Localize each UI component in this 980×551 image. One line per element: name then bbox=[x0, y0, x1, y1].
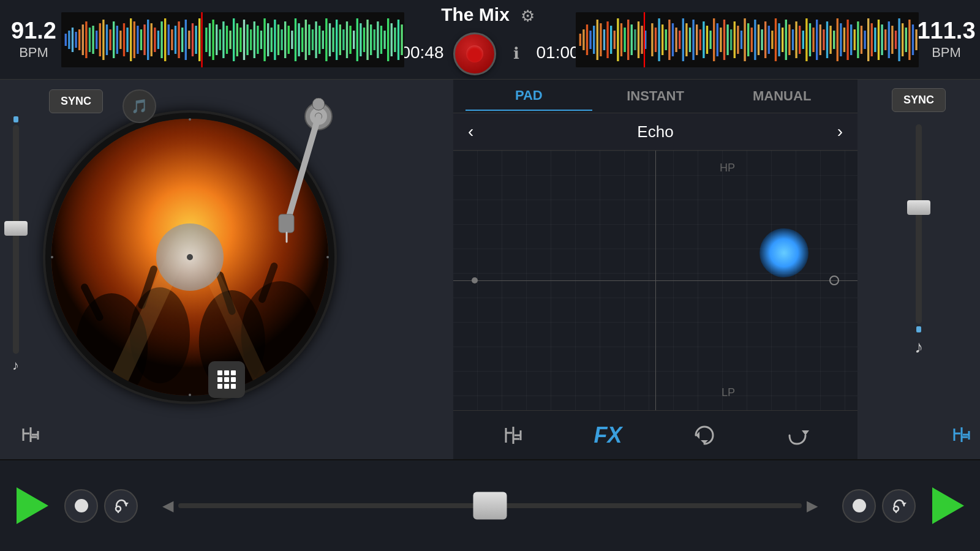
crossfader-thumb[interactable] bbox=[473, 492, 507, 520]
svg-rect-172 bbox=[826, 21, 828, 58]
fx-right-dot[interactable] bbox=[829, 276, 839, 285]
svg-rect-176 bbox=[840, 23, 842, 56]
svg-rect-17 bbox=[119, 31, 121, 49]
crossfader-container: ◀ ▶ bbox=[150, 497, 830, 514]
svg-rect-108 bbox=[603, 29, 605, 50]
left-sync-btn-label[interactable]: SYNC bbox=[49, 89, 103, 113]
right-transport-controls bbox=[842, 489, 916, 523]
info-icon[interactable]: ℹ bbox=[505, 43, 527, 65]
right-volume-fader[interactable] bbox=[900, 124, 937, 332]
fx-active-dot[interactable] bbox=[760, 228, 809, 277]
settings-icon[interactable]: ⚙ bbox=[517, 6, 539, 28]
svg-rect-76 bbox=[325, 18, 327, 61]
crossfader-track[interactable] bbox=[178, 503, 802, 508]
svg-rect-129 bbox=[679, 31, 680, 49]
svg-rect-133 bbox=[692, 20, 694, 60]
right-note-icon[interactable]: ♪ bbox=[914, 337, 923, 357]
left-waveform[interactable] bbox=[61, 12, 404, 67]
svg-rect-139 bbox=[713, 18, 715, 61]
svg-rect-164 bbox=[799, 26, 801, 54]
svg-point-214 bbox=[312, 98, 325, 110]
svg-rect-66 bbox=[291, 31, 293, 49]
svg-line-215 bbox=[288, 116, 318, 220]
left-record-dot bbox=[75, 499, 88, 512]
svg-rect-180 bbox=[854, 29, 856, 50]
svg-rect-191 bbox=[891, 26, 893, 54]
svg-rect-73 bbox=[315, 21, 317, 58]
svg-rect-46 bbox=[222, 21, 224, 58]
svg-rect-195 bbox=[905, 28, 907, 52]
svg-rect-107 bbox=[600, 23, 601, 56]
fx-effect-name: Echo bbox=[637, 122, 673, 141]
svg-rect-137 bbox=[706, 26, 708, 54]
fx-bottom-toolbar: FX bbox=[453, 410, 858, 459]
svg-rect-41 bbox=[205, 28, 207, 52]
svg-rect-54 bbox=[250, 29, 252, 50]
svg-rect-59 bbox=[267, 23, 269, 56]
svg-rect-26 bbox=[151, 23, 153, 56]
tab-manual[interactable]: MANUAL bbox=[718, 82, 845, 110]
right-play-triangle bbox=[932, 487, 964, 524]
fx-loop-button[interactable] bbox=[685, 417, 722, 454]
fx-prev-button[interactable]: ‹ bbox=[468, 122, 473, 141]
record-btn-inner bbox=[466, 45, 483, 62]
fx-axis-lp: LP bbox=[722, 386, 735, 399]
fx-fx-button[interactable]: FX bbox=[590, 417, 627, 454]
svg-rect-96 bbox=[394, 28, 396, 52]
svg-rect-21 bbox=[134, 21, 135, 58]
svg-rect-62 bbox=[277, 24, 279, 55]
turntable[interactable] bbox=[43, 110, 337, 404]
fx-undo-button[interactable] bbox=[780, 417, 816, 454]
svg-rect-113 bbox=[620, 23, 622, 56]
svg-rect-3 bbox=[72, 28, 74, 52]
svg-rect-74 bbox=[318, 26, 320, 54]
svg-rect-12 bbox=[102, 20, 104, 60]
svg-rect-189 bbox=[884, 29, 886, 50]
svg-rect-98 bbox=[401, 24, 402, 55]
right-deck: SYNC ♪ bbox=[858, 80, 980, 459]
svg-rect-86 bbox=[360, 23, 361, 56]
right-bpm-label: BPM bbox=[932, 45, 961, 61]
svg-rect-196 bbox=[908, 20, 910, 60]
right-record-button[interactable] bbox=[842, 489, 876, 523]
svg-rect-32 bbox=[171, 29, 173, 50]
right-sync-button[interactable]: SYNC bbox=[892, 88, 946, 112]
right-waveform[interactable] bbox=[576, 12, 919, 67]
svg-rect-50 bbox=[236, 23, 238, 56]
svg-rect-197 bbox=[912, 24, 914, 55]
left-sync-button[interactable]: SYNC bbox=[49, 89, 103, 113]
svg-rect-37 bbox=[188, 31, 190, 49]
tab-instant[interactable]: INSTANT bbox=[592, 82, 719, 110]
fx-pad-area[interactable]: HP LP bbox=[453, 151, 858, 410]
left-record-button[interactable] bbox=[64, 489, 98, 523]
right-play-button[interactable] bbox=[928, 486, 968, 526]
svg-rect-169 bbox=[816, 20, 818, 60]
record-button[interactable] bbox=[453, 32, 496, 75]
svg-rect-39 bbox=[195, 26, 197, 54]
right-loop-button[interactable] bbox=[882, 489, 916, 523]
svg-rect-146 bbox=[737, 26, 739, 54]
svg-rect-174 bbox=[833, 31, 835, 49]
svg-rect-103 bbox=[586, 24, 588, 55]
fx-mixer-button[interactable] bbox=[495, 417, 532, 454]
svg-rect-42 bbox=[209, 23, 211, 56]
grid-button[interactable] bbox=[208, 361, 245, 398]
music-add-icon[interactable]: 🎵 bbox=[123, 89, 156, 123]
svg-rect-193 bbox=[898, 18, 900, 61]
left-eq-icon[interactable] bbox=[18, 422, 43, 449]
tab-pad[interactable]: PAD bbox=[466, 81, 592, 111]
music-add-button[interactable]: 🎵 bbox=[123, 89, 156, 123]
svg-point-238 bbox=[894, 506, 899, 511]
right-eq-icon[interactable] bbox=[949, 422, 974, 449]
svg-rect-15 bbox=[113, 21, 115, 58]
svg-rect-48 bbox=[229, 31, 231, 49]
left-volume-fader[interactable]: ♪ bbox=[12, 116, 19, 373]
svg-rect-140 bbox=[717, 23, 718, 56]
svg-rect-135 bbox=[699, 29, 701, 50]
svg-rect-97 bbox=[398, 20, 399, 60]
svg-rect-136 bbox=[703, 21, 704, 58]
left-loop-button[interactable] bbox=[104, 489, 138, 523]
grid-icon bbox=[217, 370, 236, 389]
left-play-button[interactable] bbox=[12, 486, 52, 526]
fx-next-button[interactable]: › bbox=[837, 122, 843, 141]
